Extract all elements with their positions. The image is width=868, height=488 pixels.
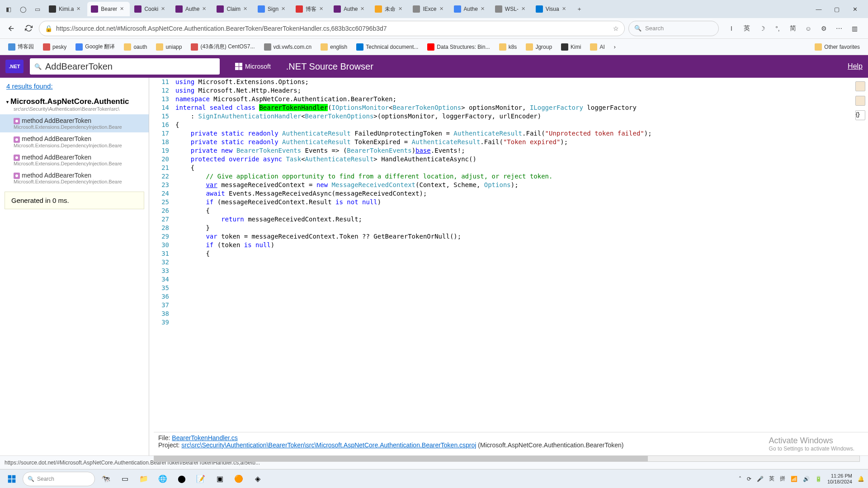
code-line[interactable]: using Microsoft.Net.Http.Headers; xyxy=(175,86,868,95)
bookmark-item[interactable]: vdi.vwfs.com.cn xyxy=(260,41,316,52)
browser-tab[interactable]: Sign✕ xyxy=(254,2,291,16)
line-number[interactable]: 35 xyxy=(149,284,169,292)
ime-lang[interactable]: 英 xyxy=(741,23,752,34)
tab-actions-icon[interactable]: ▭ xyxy=(31,2,44,16)
source-search-box[interactable]: 🔍 xyxy=(30,58,220,75)
browser-tab[interactable]: Authe✕ xyxy=(330,2,370,16)
bookmark-item[interactable]: Technical document... xyxy=(353,41,422,52)
browser-tab[interactable]: 未命✕ xyxy=(371,2,408,16)
line-number[interactable]: 24 xyxy=(149,189,169,198)
structure-icon[interactable] xyxy=(855,96,865,106)
browser-tab[interactable]: Cooki✕ xyxy=(131,2,171,16)
line-number[interactable]: 25 xyxy=(149,198,169,206)
browser-tab[interactable]: Bearer✕ xyxy=(87,2,130,16)
browser-tab[interactable]: Kimi.a✕ xyxy=(45,2,86,16)
code-line[interactable]: if (token is null) xyxy=(175,241,868,249)
browser-tab[interactable]: Authe✕ xyxy=(172,2,212,16)
bookmark-item[interactable]: Jgroup xyxy=(522,41,556,52)
workspaces-icon[interactable]: ◯ xyxy=(16,2,30,16)
settings-gear-icon[interactable]: ⚙ xyxy=(818,23,829,34)
line-number[interactable]: 39 xyxy=(149,318,169,327)
line-number[interactable]: 38 xyxy=(149,310,169,318)
code-line[interactable]: : SignInAuthenticationHandler<BearerToke… xyxy=(175,112,868,121)
bookmark-item[interactable]: english xyxy=(317,41,351,52)
line-number[interactable]: 19 xyxy=(149,146,169,155)
wifi-icon[interactable]: 📶 xyxy=(791,476,797,482)
minimize-button[interactable]: — xyxy=(812,6,826,13)
volume-icon[interactable]: 🔊 xyxy=(803,476,810,482)
code-line[interactable]: // Give application opportunity to find … xyxy=(175,172,868,181)
file-explorer-icon[interactable]: 📁 xyxy=(136,471,152,487)
code-viewer[interactable]: 1112131415161718192021222324252627282930… xyxy=(149,78,868,455)
line-number[interactable]: 31 xyxy=(149,249,169,258)
extensions-icon[interactable]: ⋯ xyxy=(834,23,844,34)
close-tab-icon[interactable]: ✕ xyxy=(319,6,326,12)
code-line[interactable]: private static readonly AuthenticateResu… xyxy=(175,138,868,146)
close-tab-icon[interactable]: ✕ xyxy=(360,6,367,12)
ime-indicator[interactable]: I xyxy=(726,23,737,34)
back-button[interactable] xyxy=(5,22,18,35)
line-number[interactable]: 28 xyxy=(149,224,169,232)
code-line[interactable]: private static readonly AuthenticateResu… xyxy=(175,129,868,138)
code-line[interactable]: return messageReceivedContext.Result; xyxy=(175,215,868,224)
code-line[interactable]: { xyxy=(175,164,868,172)
close-tab-icon[interactable]: ✕ xyxy=(562,6,568,12)
browser-tab[interactable]: Claim✕ xyxy=(213,2,253,16)
code-line[interactable]: internal sealed class BearerTokenHandler… xyxy=(175,103,868,112)
bookmarks-overflow[interactable]: › xyxy=(610,42,619,52)
notepad-icon[interactable]: 📝 xyxy=(193,471,209,487)
code-line[interactable]: if (messageReceivedContext.Result is not… xyxy=(175,198,868,206)
search-result-item[interactable]: method AddBearerTokenMicrosoft.Extension… xyxy=(0,169,149,187)
code-content[interactable]: using Microsoft.Extensions.Options;using… xyxy=(175,78,868,258)
edge-browser-icon[interactable]: 🌐 xyxy=(155,471,171,487)
bookmark-item[interactable]: Kimi xyxy=(557,41,585,52)
bookmark-item[interactable]: AI xyxy=(586,41,608,52)
terminal-icon[interactable]: ▣ xyxy=(212,471,228,487)
task-view-button[interactable]: ▭ xyxy=(117,471,133,487)
close-tab-icon[interactable]: ✕ xyxy=(521,6,528,12)
refresh-button[interactable] xyxy=(22,22,35,35)
url-input[interactable]: 🔒 https://source.dot.net/#Microsoft.AspN… xyxy=(39,21,625,36)
line-number[interactable]: 20 xyxy=(149,155,169,164)
line-number[interactable]: 12 xyxy=(149,86,169,95)
ime-tray-1[interactable]: 英 xyxy=(769,475,774,483)
line-number[interactable]: 36 xyxy=(149,292,169,301)
visual-studio-icon[interactable]: ◈ xyxy=(250,471,266,487)
horizontal-scrollbar[interactable] xyxy=(154,455,860,462)
code-line[interactable]: { xyxy=(175,206,868,215)
code-line[interactable]: } xyxy=(175,224,868,232)
code-line[interactable]: { xyxy=(175,121,868,129)
site-info-icon[interactable]: 🔒 xyxy=(45,25,52,32)
dotnet-logo[interactable]: .NET xyxy=(5,60,24,73)
line-number[interactable]: 11 xyxy=(149,78,169,86)
line-number[interactable]: 29 xyxy=(149,232,169,241)
line-number[interactable]: 14 xyxy=(149,103,169,112)
line-number[interactable]: 37 xyxy=(149,301,169,310)
close-tab-icon[interactable]: ✕ xyxy=(243,6,250,12)
source-search-input[interactable] xyxy=(45,61,215,72)
clock[interactable]: 11:26 PM 10/18/2024 xyxy=(827,473,852,484)
close-tab-icon[interactable]: ✕ xyxy=(398,6,405,12)
help-link[interactable]: Help xyxy=(848,62,863,70)
line-number[interactable]: 23 xyxy=(149,181,169,189)
dark-mode-icon[interactable]: ☽ xyxy=(757,23,768,34)
code-line[interactable]: private new BearerTokenEvents Events => … xyxy=(175,146,868,155)
line-number[interactable]: 27 xyxy=(149,215,169,224)
bookmark-item[interactable]: pesky xyxy=(39,41,70,52)
notifications-icon[interactable]: 🔔 xyxy=(858,476,864,482)
close-tab-icon[interactable]: ✕ xyxy=(281,6,288,12)
line-number[interactable]: 15 xyxy=(149,112,169,121)
collections-icon[interactable]: ▥ xyxy=(849,23,860,34)
code-line[interactable]: namespace Microsoft.AspNetCore.Authentic… xyxy=(175,95,868,103)
collapse-triangle-icon[interactable]: ▾ xyxy=(6,99,9,104)
browser-tab[interactable]: 博客✕ xyxy=(292,2,329,16)
scrollbar-thumb[interactable] xyxy=(154,456,648,461)
close-tab-icon[interactable]: ✕ xyxy=(439,6,446,12)
line-number[interactable]: 18 xyxy=(149,138,169,146)
code-line[interactable]: await Events.MessageReceivedAsync(messag… xyxy=(175,189,868,198)
maximize-button[interactable]: ▢ xyxy=(830,6,844,13)
code-line[interactable]: protected override async Task<Authentica… xyxy=(175,155,868,164)
browser-tab[interactable]: WSL-✕ xyxy=(491,2,531,16)
browser-tab[interactable]: Visua✕ xyxy=(532,2,572,16)
search-result-item[interactable]: method AddBearerTokenMicrosoft.Extension… xyxy=(0,114,149,132)
